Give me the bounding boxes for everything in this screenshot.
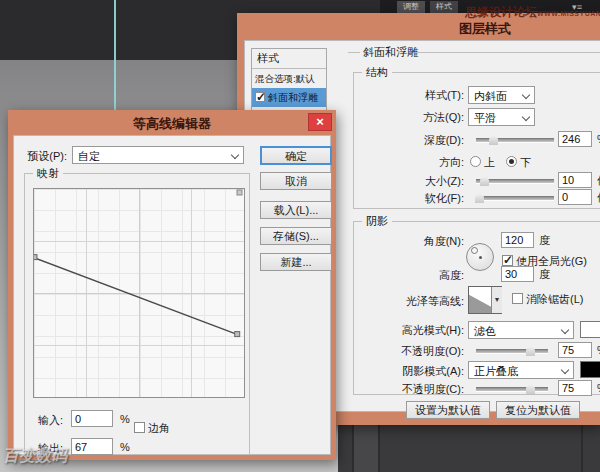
shadow-color-swatch[interactable] [580,361,600,378]
guide-line-vertical [114,0,116,112]
size-slider-thumb[interactable] [480,176,489,186]
styles-list-header[interactable]: 样式 [252,49,326,69]
shadow-opacity-label: 不透明度(C): [379,383,464,396]
depth-slider-track[interactable] [476,138,554,143]
mapping-group: 映射 输入: [24,173,250,455]
list-item-bevel-emboss[interactable]: 斜面和浮雕 [252,88,326,107]
layer-style-dialog-title: 图层样式 [430,20,540,38]
mapping-legend: 映射 [33,167,63,180]
panel-column-divider2 [378,425,380,472]
section-header: 斜面和浮雕 [363,46,418,59]
shading-legend: 阴影 [362,215,392,228]
close-button[interactable]: × [308,113,332,131]
direction-down-radio[interactable] [506,156,517,167]
contour-editor-body: 预设(P): 自定 确定 取消 载入(L)... 存储(S)... 新建... … [13,135,331,455]
angle-label: 角度(N): [389,235,464,248]
panel-column-divider3 [581,425,583,472]
highlight-opacity-input[interactable] [558,342,592,358]
watermark-bottom-logo: 百变数码 [3,446,67,467]
gloss-contour-label: 光泽等高线: [389,295,464,308]
input-label: 输入: [35,414,63,427]
tab-adjustments-label: 调整 [403,2,419,11]
shadow-mode-label: 阴影模式(A): [379,365,464,378]
preset-dropdown[interactable]: 自定 [72,146,244,164]
antialias-checkbox[interactable] [512,293,523,304]
highlight-color-swatch[interactable] [580,321,600,338]
corner-checkbox[interactable] [134,422,145,433]
altitude-unit: 度 [539,268,550,281]
corner-label: 边角 [148,422,170,435]
save-button[interactable]: 存储(S)... [260,227,332,245]
size-input[interactable] [558,172,592,188]
angle-dial-center-dot [479,256,482,259]
soften-input[interactable] [558,189,592,205]
output-value-field[interactable] [71,438,113,455]
gloss-contour-arrow[interactable]: ▾ [491,287,502,313]
tab-styles[interactable]: 样式 [430,1,458,13]
structure-legend: 结构 [362,66,392,79]
photoshop-workspace: 调整 样式 ▾≡ 图层样式 样式 混合选项:默认 斜面和浮雕 [0,0,600,472]
highlight-mode-dropdown[interactable]: 滤色 [468,321,574,339]
technique-label: 方法(Q): [379,111,464,124]
global-light-checkbox[interactable] [502,255,513,266]
panel-column-light [354,425,378,472]
tab-adjustments[interactable]: 调整 [397,1,425,13]
size-label: 大小(Z): [379,175,464,188]
shadow-opacity-track[interactable] [476,387,548,392]
list-item-blending-options[interactable]: 混合选项:默认 [252,69,326,88]
direction-down-label: 下 [520,156,531,169]
soften-slider-track[interactable] [476,196,554,201]
set-default-button[interactable]: 设置为默认值 [406,401,490,419]
altitude-label: 高度: [409,269,464,282]
list-item-bevel-label: 斜面和浮雕 [268,91,318,104]
chevron-down-icon [231,151,239,159]
style-label: 样式(T): [379,89,464,102]
watermark-top: 思缘设计论坛www.missyuan.com [465,2,600,21]
contour-curve-grid[interactable] [33,188,245,398]
preset-dropdown-value: 自定 [78,150,100,162]
highlight-opacity-thumb[interactable] [526,346,535,356]
technique-dropdown[interactable]: 平滑 [468,108,535,126]
shadow-mode-value: 正片叠底 [474,365,518,377]
new-button[interactable]: 新建... [260,253,332,271]
chevron-down-icon [561,326,569,334]
depth-input[interactable] [558,131,592,147]
tab-styles-label: 样式 [436,2,452,11]
preset-label: 预设(P): [19,150,67,163]
ok-button[interactable]: 确定 [260,146,332,165]
bottom-panel [338,424,600,472]
bevel-emboss-checkbox[interactable] [255,92,265,102]
soften-label: 软化(F): [379,192,464,205]
style-dropdown[interactable]: 内斜面 [468,86,535,104]
contour-editor-title: 等高线编辑器 [117,115,227,133]
close-icon: × [316,114,324,129]
shadow-opacity-input[interactable] [558,380,592,396]
gloss-contour-picker[interactable]: ▾ [468,286,502,314]
soften-slider-thumb[interactable] [475,193,484,203]
highlight-opacity-track[interactable] [476,349,548,354]
direction-label: 方向: [399,156,464,169]
section-header-line-left [348,52,360,53]
contour-editor-dialog: 等高线编辑器 × 预设(P): 自定 确定 取消 载入(L)... 存储(S).… [8,110,336,460]
shadow-mode-dropdown[interactable]: 正片叠底 [468,361,574,379]
angle-input[interactable] [501,232,534,248]
chevron-down-icon [561,366,569,374]
direction-up-radio[interactable] [470,156,481,167]
depth-slider-thumb[interactable] [489,135,498,145]
highlight-mode-label: 高光模式(H): [379,324,464,337]
altitude-input[interactable] [501,266,534,282]
reset-default-button[interactable]: 复位为默认值 [496,401,580,419]
depth-label: 深度(D): [379,134,464,147]
shadow-opacity-thumb[interactable] [526,384,535,394]
shading-group: 阴影 角度(N): 度 使用全局光(G) 高度: 度 光泽等高线: [353,221,600,395]
load-button[interactable]: 载入(L)... [260,201,332,219]
highlight-opacity-label: 不透明度(O): [379,345,464,358]
style-dropdown-value: 内斜面 [474,90,507,102]
cancel-button[interactable]: 取消 [260,172,332,190]
angle-dial[interactable] [466,243,494,271]
styles-list-header-label: 样式 [257,52,279,65]
antialias-label: 消除锯齿(L) [526,293,583,306]
input-value-field[interactable] [71,410,113,427]
angle-dial-handle[interactable] [471,247,478,254]
chevron-down-icon [522,113,530,121]
